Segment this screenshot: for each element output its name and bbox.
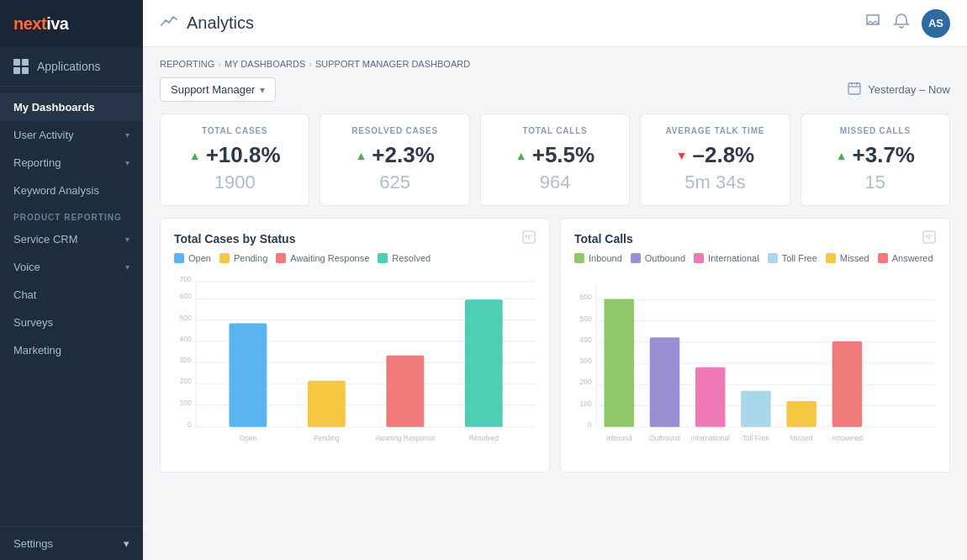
legend-color bbox=[219, 253, 230, 263]
legend-label: Awaiting Response bbox=[290, 253, 369, 263]
legend-color bbox=[574, 253, 584, 263]
sidebar-nav: My Dashboards User Activity ▾ Reporting … bbox=[0, 87, 143, 526]
stat-card-avg-talk-time: AVERAGE TALK TIME ▼ –2.8% 5m 34s bbox=[640, 114, 790, 206]
settings-label: Settings bbox=[13, 537, 53, 550]
settings-item[interactable]: Settings ▾ bbox=[0, 526, 143, 560]
sidebar-item-keyword-analysis[interactable]: Keyword Analysis bbox=[0, 177, 143, 204]
top-bar: Analytics AS bbox=[143, 0, 967, 47]
sidebar-item-chat[interactable]: Chat bbox=[0, 281, 143, 309]
date-range-selector[interactable]: Yesterday – Now bbox=[848, 82, 950, 98]
chart-header: Total Calls bbox=[574, 230, 936, 246]
legend-label: Missed bbox=[840, 253, 869, 263]
chart-title: Total Calls bbox=[574, 232, 633, 246]
legend-label: Toll Free bbox=[782, 253, 817, 263]
legend-resolved: Resolved bbox=[378, 253, 431, 263]
stat-card-title: RESOLVED CASES bbox=[334, 126, 455, 135]
analytics-icon bbox=[160, 12, 178, 34]
legend-label: Answered bbox=[892, 253, 933, 263]
stat-cards-row: TOTAL CASES ▲ +10.8% 1900 RESOLVED CASES… bbox=[160, 114, 950, 206]
bar-chart-2: 0 100 200 300 400 500 600 bbox=[574, 272, 936, 457]
stat-absolute-value: 5m 34s bbox=[654, 172, 775, 193]
stat-card-change: ▲ +5.5% bbox=[494, 142, 616, 168]
logo: nextiva bbox=[0, 0, 143, 47]
trend-up-icon: ▲ bbox=[189, 149, 201, 162]
legend-label: Inbound bbox=[589, 253, 622, 263]
calendar-icon bbox=[848, 82, 861, 98]
legend-label: International bbox=[708, 253, 759, 263]
chart1-legend: Open Pending Awaiting Response Resolved bbox=[174, 253, 536, 263]
applications-section[interactable]: Applications bbox=[0, 47, 143, 87]
dashboard-dropdown[interactable]: Support Manager ▾ bbox=[160, 77, 276, 102]
svg-text:Inbound: Inbound bbox=[606, 434, 632, 442]
user-avatar[interactable]: AS bbox=[922, 9, 950, 38]
download-icon[interactable] bbox=[522, 230, 536, 246]
sidebar-item-label: Chat bbox=[13, 288, 36, 301]
sidebar-item-surveys[interactable]: Surveys bbox=[0, 309, 143, 336]
trend-up-icon: ▲ bbox=[355, 149, 367, 162]
sidebar-item-user-activity[interactable]: User Activity ▾ bbox=[0, 121, 143, 149]
legend-color bbox=[878, 253, 888, 263]
legend-tollfree: Toll Free bbox=[768, 253, 817, 263]
svg-rect-26 bbox=[308, 381, 346, 427]
svg-text:700: 700 bbox=[180, 275, 192, 283]
legend-label: Resolved bbox=[392, 253, 431, 263]
legend-international: International bbox=[694, 253, 759, 263]
svg-text:Answered: Answered bbox=[832, 434, 864, 442]
svg-text:International: International bbox=[691, 434, 730, 442]
svg-rect-0 bbox=[848, 83, 860, 94]
svg-text:Missed: Missed bbox=[790, 434, 813, 442]
sidebar-item-marketing[interactable]: Marketing bbox=[0, 336, 143, 364]
sidebar-item-label: Marketing bbox=[13, 344, 61, 357]
legend-inbound: Inbound bbox=[574, 253, 622, 263]
sidebar-item-label: User Activity bbox=[13, 129, 74, 141]
sidebar-item-label: Reporting bbox=[13, 156, 61, 169]
svg-text:Open: Open bbox=[240, 434, 257, 442]
stat-card-change: ▲ +10.8% bbox=[174, 142, 295, 168]
chart-title: Total Cases by Status bbox=[174, 232, 295, 246]
stat-change-value: +3.7% bbox=[853, 142, 915, 168]
stat-absolute-value: 964 bbox=[494, 172, 616, 193]
legend-color bbox=[631, 253, 641, 263]
stat-absolute-value: 15 bbox=[815, 172, 936, 193]
svg-rect-53 bbox=[650, 337, 680, 427]
message-icon[interactable] bbox=[864, 13, 881, 34]
svg-text:100: 100 bbox=[180, 399, 192, 407]
stat-card-title: TOTAL CALLS bbox=[494, 126, 616, 135]
svg-rect-52 bbox=[605, 298, 635, 426]
svg-rect-27 bbox=[386, 356, 424, 427]
svg-text:300: 300 bbox=[180, 356, 192, 364]
svg-text:Outbound: Outbound bbox=[649, 434, 680, 442]
legend-color bbox=[768, 253, 778, 263]
download-icon[interactable] bbox=[922, 230, 936, 246]
breadcrumb-dashboards: MY DASHBOARDS bbox=[225, 59, 305, 69]
sidebar-item-service-crm[interactable]: Service CRM ▾ bbox=[0, 225, 143, 253]
page-title: Analytics bbox=[187, 13, 254, 33]
svg-rect-25 bbox=[229, 323, 267, 426]
breadcrumb-current: SUPPORT MANAGER DASHBOARD bbox=[315, 59, 470, 69]
applications-item[interactable]: Applications bbox=[13, 55, 129, 77]
stat-absolute-value: 1900 bbox=[174, 172, 295, 193]
sidebar-item-voice[interactable]: Voice ▾ bbox=[0, 253, 143, 281]
charts-row: Total Cases by Status Open Pending bbox=[160, 218, 950, 473]
stat-card-title: MISSED CALLS bbox=[815, 126, 936, 135]
chevron-icon: ▾ bbox=[125, 262, 129, 272]
chart2-legend: Inbound Outbound International Toll Free bbox=[574, 253, 936, 263]
content-area: REPORTING › MY DASHBOARDS › SUPPORT MANA… bbox=[143, 47, 967, 560]
legend-color bbox=[694, 253, 704, 263]
chevron-icon: ▾ bbox=[125, 130, 129, 140]
legend-label: Outbound bbox=[645, 253, 685, 263]
stat-change-value: +5.5% bbox=[532, 142, 594, 168]
svg-text:0: 0 bbox=[588, 420, 592, 429]
svg-text:Resolved: Resolved bbox=[469, 434, 499, 442]
date-range-label: Yesterday – Now bbox=[868, 83, 950, 96]
chevron-icon: ▾ bbox=[125, 235, 129, 244]
sidebar-item-reporting[interactable]: Reporting ▾ bbox=[0, 149, 143, 177]
sidebar-item-label: Voice bbox=[13, 261, 40, 273]
stat-card-title: AVERAGE TALK TIME bbox=[654, 126, 775, 135]
sidebar-item-my-dashboards[interactable]: My Dashboards bbox=[0, 93, 143, 121]
main-content: Analytics AS REPORTING › MY DASHBOARDS ›… bbox=[143, 0, 967, 560]
dropdown-arrow-icon: ▾ bbox=[260, 84, 265, 96]
svg-text:0: 0 bbox=[188, 420, 192, 429]
stat-card-resolved-cases: RESOLVED CASES ▲ +2.3% 625 bbox=[320, 114, 469, 206]
notification-icon[interactable] bbox=[893, 13, 910, 34]
